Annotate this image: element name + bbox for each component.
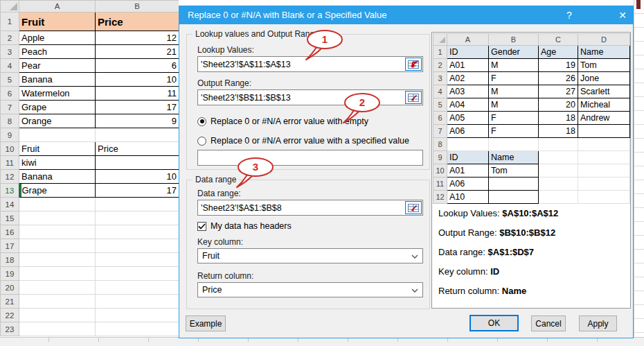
- data-range-picker-button[interactable]: [405, 201, 422, 214]
- preview-sheet-row: 6A05F18Andrew: [433, 112, 630, 125]
- radio-selected-icon[interactable]: [197, 117, 206, 126]
- cell[interactable]: [96, 253, 179, 267]
- cell[interactable]: [19, 128, 96, 142]
- lookup-output-group-title: Lookup values and Output Range: [193, 29, 322, 39]
- row-header[interactable]: 6: [1, 87, 19, 101]
- row-header[interactable]: 4: [1, 59, 19, 73]
- cell[interactable]: [19, 225, 96, 239]
- sheet-row: 8Orange9: [1, 114, 179, 128]
- cell[interactable]: Grape: [19, 184, 96, 198]
- cell[interactable]: [96, 198, 179, 211]
- cell[interactable]: [96, 225, 179, 239]
- cell[interactable]: Fruit: [19, 12, 96, 31]
- row-header[interactable]: 22: [1, 309, 19, 322]
- cell[interactable]: [19, 309, 96, 322]
- help-button[interactable]: ?: [559, 6, 580, 24]
- close-button[interactable]: ✕: [612, 6, 633, 24]
- lookup-range-picker-button[interactable]: [405, 58, 422, 71]
- data-range-input[interactable]: [197, 200, 423, 216]
- cell[interactable]: 10: [96, 73, 179, 87]
- cell[interactable]: [96, 156, 179, 170]
- column-header[interactable]: B: [96, 1, 179, 12]
- cell[interactable]: [19, 322, 96, 336]
- row-header[interactable]: 12: [1, 170, 19, 184]
- row-header[interactable]: 3: [1, 45, 19, 59]
- row-header[interactable]: 16: [1, 225, 19, 239]
- cell[interactable]: [96, 295, 179, 309]
- row-header[interactable]: 14: [1, 198, 19, 211]
- cell[interactable]: 12: [96, 31, 179, 45]
- background-sheet-right-sliver: [634, 0, 644, 337]
- row-header[interactable]: 17: [1, 239, 19, 253]
- select-all-corner[interactable]: [1, 1, 19, 12]
- example-button[interactable]: Example: [186, 315, 226, 331]
- row-header[interactable]: 18: [1, 253, 19, 267]
- lookup-values-input[interactable]: [197, 56, 423, 72]
- cell[interactable]: Price: [96, 12, 179, 31]
- cell[interactable]: [96, 309, 179, 322]
- my-data-has-headers-option[interactable]: My data has headers: [197, 221, 292, 231]
- replace-with-specified-option[interactable]: Replace 0 or #N/A error value with a spe…: [197, 136, 409, 146]
- preview-cell: A01: [447, 164, 489, 178]
- cell[interactable]: Peach: [19, 45, 96, 59]
- row-header[interactable]: 5: [1, 73, 19, 87]
- cell[interactable]: 21: [96, 45, 179, 59]
- column-header[interactable]: A: [19, 1, 96, 12]
- apply-button[interactable]: Apply: [579, 315, 617, 331]
- cell[interactable]: Price: [96, 142, 179, 156]
- cancel-button[interactable]: Cancel: [531, 315, 566, 331]
- cell[interactable]: [96, 128, 179, 142]
- output-range-input[interactable]: [197, 89, 423, 105]
- ok-button[interactable]: OK: [469, 315, 519, 331]
- row-header[interactable]: 15: [1, 211, 19, 225]
- cell[interactable]: [19, 239, 96, 253]
- cell[interactable]: 17: [96, 184, 179, 198]
- row-header[interactable]: 19: [1, 267, 19, 281]
- cell[interactable]: [96, 239, 179, 253]
- cell[interactable]: kiwi: [19, 156, 96, 170]
- cell[interactable]: Pear: [19, 59, 96, 73]
- cell[interactable]: [19, 295, 96, 309]
- row-header[interactable]: 20: [1, 281, 19, 295]
- cell[interactable]: Grape: [19, 101, 96, 114]
- row-header[interactable]: 23: [1, 322, 19, 336]
- checkbox-checked-icon[interactable]: [197, 222, 206, 231]
- row-header[interactable]: 1: [1, 12, 19, 31]
- cell[interactable]: [19, 281, 96, 295]
- row-header[interactable]: 21: [1, 295, 19, 309]
- cell[interactable]: 10: [96, 170, 179, 184]
- row-header[interactable]: 8: [1, 114, 19, 128]
- specified-value-input[interactable]: [197, 150, 423, 166]
- cell[interactable]: 17: [96, 101, 179, 114]
- key-column-select[interactable]: Fruit: [197, 248, 423, 263]
- preview-cell: 19: [539, 59, 578, 72]
- cell[interactable]: [96, 281, 179, 295]
- row-header[interactable]: 9: [1, 128, 19, 142]
- cell[interactable]: [19, 253, 96, 267]
- row-header[interactable]: 2: [1, 31, 19, 45]
- return-column-select[interactable]: Price: [197, 282, 423, 297]
- cell[interactable]: [19, 211, 96, 225]
- cell[interactable]: [96, 211, 179, 225]
- cell[interactable]: [96, 267, 179, 281]
- cell[interactable]: 9: [96, 114, 179, 128]
- dialog-title-bar[interactable]: Replace 0 or #N/A with Blank or a Specif…: [179, 6, 633, 24]
- cell[interactable]: [96, 322, 179, 336]
- cell[interactable]: Apple: [19, 31, 96, 45]
- cell[interactable]: Banana: [19, 170, 96, 184]
- output-range-picker-button[interactable]: [405, 91, 422, 104]
- cell[interactable]: Watermelon: [19, 87, 96, 101]
- cell[interactable]: Banana: [19, 73, 96, 87]
- cell[interactable]: Orange: [19, 114, 96, 128]
- cell[interactable]: 6: [96, 59, 179, 73]
- cell[interactable]: 11: [96, 87, 179, 101]
- row-header[interactable]: 13: [1, 184, 19, 198]
- cell[interactable]: [19, 267, 96, 281]
- row-header[interactable]: 11: [1, 156, 19, 170]
- radio-unselected-icon[interactable]: [197, 137, 206, 146]
- row-header[interactable]: 10: [1, 142, 19, 156]
- cell[interactable]: [19, 198, 96, 211]
- replace-with-empty-option[interactable]: Replace 0 or #N/A error value with empty: [197, 116, 368, 126]
- cell[interactable]: Fruit: [19, 142, 96, 156]
- row-header[interactable]: 7: [1, 101, 19, 114]
